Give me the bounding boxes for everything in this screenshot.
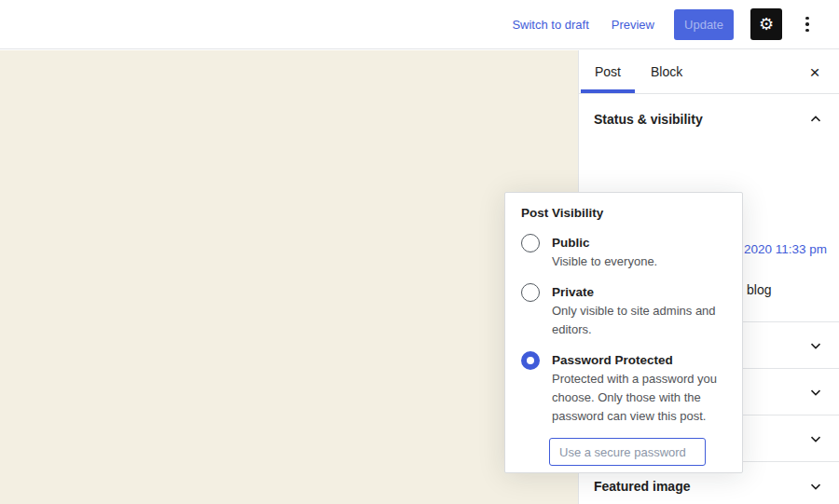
- switch-to-draft-link[interactable]: Switch to draft: [512, 18, 588, 32]
- editor-topbar: Switch to draft Preview Update ⚙: [0, 0, 839, 49]
- close-icon: ×: [809, 62, 819, 83]
- gear-icon: ⚙: [759, 16, 774, 33]
- password-input[interactable]: [549, 438, 706, 466]
- more-options-button[interactable]: [798, 8, 817, 40]
- tab-block[interactable]: Block: [637, 50, 696, 93]
- tab-post[interactable]: Post: [581, 50, 635, 93]
- visibility-option-private: Private Only visible to site admins and …: [521, 283, 726, 339]
- chevron-down-icon: [807, 337, 824, 354]
- editor-canvas[interactable]: [0, 50, 578, 504]
- visibility-option-public: Public Visible to everyone.: [521, 234, 726, 271]
- panel-title: Status & visibility: [594, 112, 703, 127]
- panel-title: Featured image: [594, 479, 690, 494]
- radio-public[interactable]: [521, 234, 540, 252]
- kebab-icon: [805, 17, 809, 33]
- option-label-public[interactable]: Public: [552, 234, 726, 252]
- sidebar-tabs: Post Block ×: [579, 50, 839, 94]
- preview-link[interactable]: Preview: [612, 18, 654, 32]
- option-label-private[interactable]: Private: [552, 283, 726, 302]
- wordpress-editor: Switch to draft Preview Update ⚙ Post Bl…: [0, 0, 839, 504]
- status-visibility-header[interactable]: Status & visibility: [579, 95, 839, 143]
- option-description-password: Protected with a password you choose. On…: [552, 370, 726, 426]
- option-description-public: Visible to everyone.: [552, 252, 726, 271]
- radio-private[interactable]: [521, 283, 540, 302]
- publish-date-button[interactable]: 2020 11:33 pm: [744, 242, 827, 256]
- chevron-down-icon: [807, 478, 824, 495]
- option-label-password[interactable]: Password Protected: [552, 351, 726, 370]
- chevron-up-icon: [807, 111, 824, 128]
- settings-button[interactable]: ⚙: [750, 8, 782, 40]
- visibility-option-password: Password Protected Protected with a pass…: [521, 351, 726, 426]
- popover-title: Post Visibility: [521, 204, 726, 223]
- close-sidebar-button[interactable]: ×: [802, 60, 828, 86]
- option-description-private: Only visible to site admins and editors.: [552, 302, 726, 339]
- update-button[interactable]: Update: [674, 9, 734, 40]
- sticky-label-fragment: blog: [747, 282, 771, 297]
- radio-password-protected[interactable]: [521, 351, 540, 370]
- chevron-down-icon: [807, 430, 824, 447]
- chevron-down-icon: [807, 384, 824, 401]
- post-visibility-popover: Post Visibility Public Visible to everyo…: [504, 192, 743, 473]
